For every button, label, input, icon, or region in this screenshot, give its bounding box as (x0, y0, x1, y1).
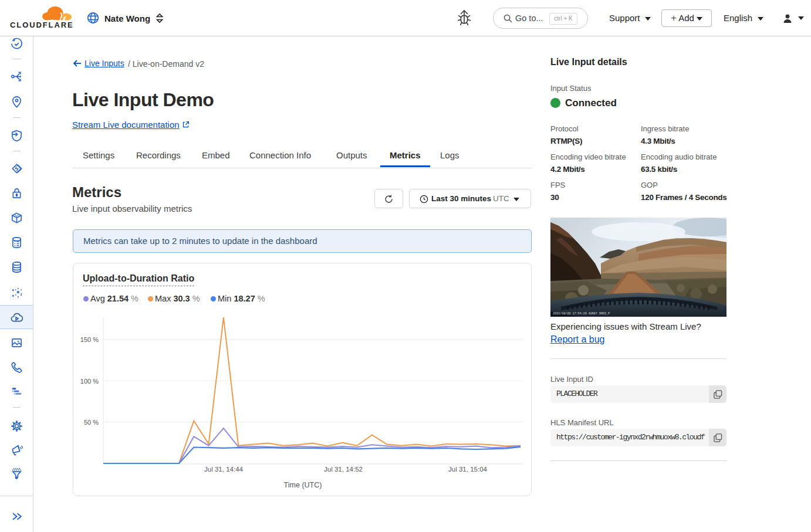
svg-text:Jul 31, 15:04: Jul 31, 15:04 (448, 466, 487, 473)
svg-text:50 %: 50 % (84, 419, 99, 426)
svg-text:2021/10/20 17:54:29 AUKEY DRO2: 2021/10/20 17:54:29 AUKEY DRO2_P (553, 312, 610, 316)
svg-text:Time (UTC): Time (UTC) (284, 481, 322, 489)
svg-text:150 %: 150 % (80, 336, 99, 343)
svg-text:100 %: 100 % (80, 378, 99, 385)
svg-text:Jul 31, 14:52: Jul 31, 14:52 (324, 466, 363, 473)
svg-text:Jul 31, 14:44: Jul 31, 14:44 (204, 466, 243, 473)
